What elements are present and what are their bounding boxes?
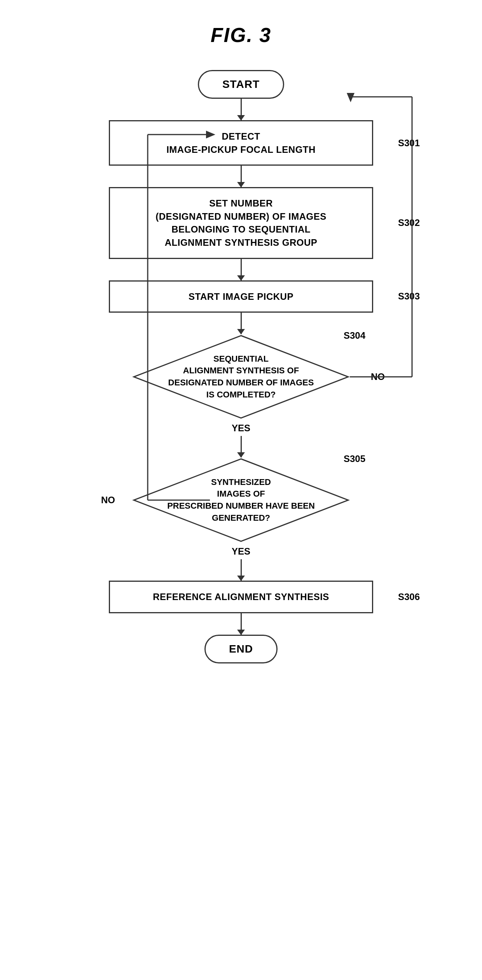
arrow-s306-to-end [241, 613, 242, 635]
arrow-s304-to-s305 [241, 436, 242, 457]
s305-area: SYNTHESIZED IMAGES OF PRESCRIBED NUMBER … [132, 457, 350, 581]
s302-container: SET NUMBER (DESIGNATED NUMBER) OF IMAGES… [109, 187, 373, 259]
s304-no-loop-svg [350, 334, 428, 420]
end-label: END [204, 635, 278, 663]
s305-no-label: NO [101, 495, 115, 506]
arrow-s303-to-s304 [241, 313, 242, 334]
s304-decision: SEQUENTIAL ALIGNMENT SYNTHESIS OF DESIGN… [132, 334, 350, 420]
s302-label: S302 [398, 217, 420, 228]
s304-yes-label: YES [232, 423, 250, 434]
s304-text: SEQUENTIAL ALIGNMENT SYNTHESIS OF DESIGN… [137, 349, 345, 405]
arrow-s301-to-s302 [241, 166, 242, 187]
s303-text: START IMAGE PICKUP [189, 291, 293, 302]
flowchart: START DETECT IMAGE-PICKUP FOCAL LENGTH S… [0, 70, 482, 663]
s305-text: SYNTHESIZED IMAGES OF PRESCRIBED NUMBER … [136, 472, 346, 528]
end-terminal: END [204, 635, 278, 663]
s306-box: REFERENCE ALIGNMENT SYNTHESIS [109, 581, 373, 613]
start-terminal: START [198, 70, 284, 99]
s301-label: S301 [398, 138, 420, 149]
s306-label: S306 [398, 592, 420, 602]
s304-area: SEQUENTIAL ALIGNMENT SYNTHESIS OF DESIGN… [54, 313, 428, 581]
start-label: START [198, 70, 284, 99]
arrow-s302-to-s303 [241, 259, 242, 280]
s306-text: REFERENCE ALIGNMENT SYNTHESIS [153, 592, 329, 602]
s302-box: SET NUMBER (DESIGNATED NUMBER) OF IMAGES… [109, 187, 373, 259]
arrow-s305-to-s306 [241, 559, 242, 581]
s301-box: DETECT IMAGE-PICKUP FOCAL LENGTH [109, 120, 373, 166]
s302-text: SET NUMBER (DESIGNATED NUMBER) OF IMAGES… [155, 198, 326, 248]
s305-label: S305 [344, 453, 365, 464]
s303-box: START IMAGE PICKUP [109, 280, 373, 313]
s305-yes-label: YES [232, 546, 250, 557]
s303-container: START IMAGE PICKUP S303 [109, 280, 373, 313]
page-title: FIG. 3 [211, 23, 271, 47]
arrow-start-to-s301 [241, 99, 242, 120]
s306-container: REFERENCE ALIGNMENT SYNTHESIS S306 [109, 581, 373, 613]
svg-marker-4 [347, 93, 355, 102]
s301-container: DETECT IMAGE-PICKUP FOCAL LENGTH S301 [109, 120, 373, 166]
s303-label: S303 [398, 291, 420, 302]
